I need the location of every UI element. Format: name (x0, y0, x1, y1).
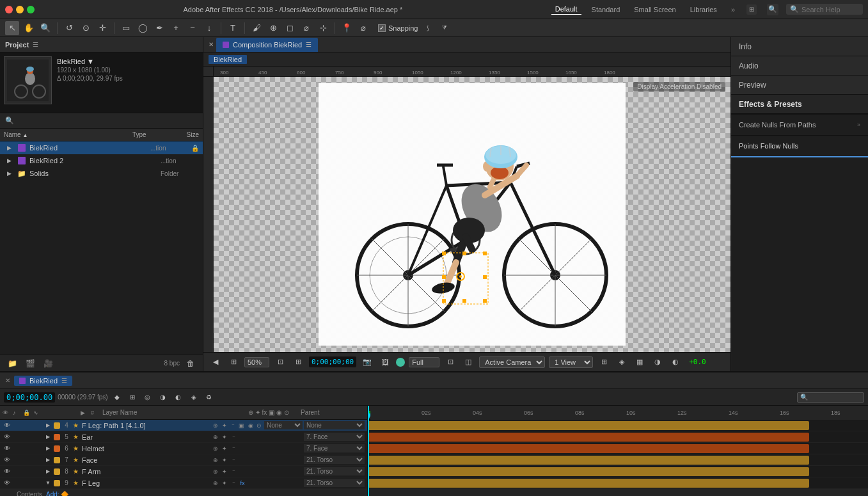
workspace-more[interactable]: » (727, 4, 739, 15)
layer-vis-7[interactable]: 👁 (3, 456, 12, 465)
zoom-select[interactable]: 50% 25% 100% (244, 357, 269, 367)
track-row-6[interactable] (368, 443, 868, 454)
layer-audio-7[interactable] (13, 456, 22, 465)
layer-expand-7[interactable]: ▶ (43, 456, 52, 465)
layer-expand-4[interactable]: ▶ (43, 421, 52, 430)
switch-2[interactable]: ✦ (221, 433, 228, 441)
switch-5[interactable]: ◉ (247, 422, 255, 429)
text-tool-button[interactable]: T (226, 21, 240, 35)
layer-lock-8[interactable] (23, 467, 32, 476)
pixel-aspect-button[interactable]: ⊞ (291, 355, 305, 369)
tl-frame-blend-button[interactable]: ◐ (172, 391, 185, 404)
motion-blur-button[interactable]: ◑ (651, 355, 665, 369)
switch-1[interactable]: ⊕ (212, 468, 219, 476)
switch-1[interactable]: ⊕ (212, 433, 219, 441)
points-follow-action[interactable]: Points Follow Nulls (731, 136, 868, 157)
layer-expand-8[interactable]: ▶ (43, 467, 52, 476)
puppet-tool-button[interactable]: 📍 (340, 21, 354, 35)
show-snapshot-button[interactable]: 🖼 (378, 355, 392, 369)
layer-expand-5[interactable]: ▶ (43, 433, 52, 442)
comp-flow-button[interactable]: ⊞ (597, 355, 611, 369)
workspace-settings-button[interactable]: ⊞ (746, 4, 757, 15)
tl-layer-search-button[interactable]: ⊞ (126, 391, 139, 404)
track-row-8[interactable] (368, 466, 868, 477)
fast-preview-button[interactable]: ⊡ (443, 355, 457, 369)
track-area[interactable]: 02s 04s 06s 08s 10s 12s 14s 16s 18s (368, 406, 868, 496)
layer-shy-4[interactable] (33, 421, 42, 430)
track-row-7[interactable] (368, 454, 868, 466)
layer-row-4[interactable]: 👁 ▶ 4 ★ F Leg: Path 1 [4.1.0] ⊕ ✦ ⁻ ▣ ◉ … (0, 420, 367, 431)
search-toggle-button[interactable]: 🔍 (767, 4, 778, 15)
create-nulls-action[interactable]: Create Nulls From Paths » (731, 115, 868, 135)
move-tool-button[interactable]: ✛ (95, 21, 109, 35)
project-search-input[interactable] (17, 117, 198, 125)
tl-motion-blur-button[interactable]: ◑ (157, 391, 170, 404)
switch-1[interactable]: ⊕ (212, 456, 219, 464)
layer-vis-6[interactable]: 👁 (3, 444, 12, 453)
layer-row-9[interactable]: 👁 ▼ 9 ★ F Leg ⊕ ✦ ⁻ fx 21. Torso (0, 477, 367, 489)
project-item[interactable]: ▶ 📁 Solids Folder (0, 167, 203, 180)
layer-audio-4[interactable] (13, 421, 22, 430)
switch-3[interactable]: ⁻ (230, 456, 237, 464)
trash-button[interactable]: 🗑 (184, 356, 198, 371)
info-panel-item[interactable]: Info (731, 37, 868, 56)
tl-live-update-button[interactable]: ♻ (203, 391, 216, 404)
pen-tool-button[interactable]: ✒ (152, 21, 166, 35)
workspace-default[interactable]: Default (551, 4, 581, 15)
layer-row-7[interactable]: 👁 ▶ 7 ★ Face ⊕ ✦ ⁻ 21. Torso (0, 454, 367, 466)
clone-stamp-button[interactable]: ⊕ (266, 21, 280, 35)
switch-2[interactable]: ✦ (221, 468, 228, 476)
track-row-9[interactable] (368, 477, 868, 489)
layer-lock-6[interactable] (23, 444, 32, 453)
new-comp-button[interactable]: 🎬 (23, 356, 37, 371)
switch-2[interactable]: ✦ (221, 456, 228, 464)
effects-presets-header[interactable]: Effects & Presets (731, 95, 868, 114)
layer-audio-9[interactable] (13, 479, 22, 488)
snap-toggle-button[interactable]: ⧩ (438, 21, 452, 35)
layer-lock-7[interactable] (23, 456, 32, 465)
layer-expand-6[interactable]: ▶ (43, 444, 52, 453)
layer-shy-9[interactable] (33, 479, 42, 488)
transparency-grid-button[interactable]: ▦ (633, 355, 647, 369)
tl-add-marker-button[interactable]: ◆ (111, 391, 123, 404)
fx-switch[interactable]: fx (239, 479, 246, 487)
layer-lock-5[interactable] (23, 433, 32, 442)
mode-select-4[interactable]: None (264, 421, 303, 429)
layer-shy-8[interactable] (33, 467, 42, 476)
layer-audio-8[interactable] (13, 467, 22, 476)
mask-rect-button[interactable]: ▭ (119, 21, 133, 35)
audio-panel-item[interactable]: Audio (731, 56, 868, 76)
zoom-tool-button[interactable]: 🔍 (38, 21, 52, 35)
layer-lock-4[interactable] (23, 421, 32, 430)
switch-3[interactable]: ⁻ (229, 422, 237, 429)
layer-lock-9[interactable] (23, 479, 32, 488)
view-options-button[interactable]: ⊞ (226, 355, 241, 369)
switch-1[interactable]: ⊕ (212, 479, 219, 487)
maximize-button[interactable] (27, 6, 35, 13)
workspace-standard[interactable]: Standard (588, 4, 624, 15)
parent-select-6[interactable]: 7. Face (304, 444, 365, 452)
preview-panel-item[interactable]: Preview (731, 76, 868, 95)
layer-audio-6[interactable] (13, 444, 22, 453)
parent-select-7[interactable]: 21. Torso (304, 456, 365, 464)
switch-3[interactable]: ⁻ (230, 433, 237, 441)
hand-tool-button[interactable]: ✋ (22, 21, 36, 35)
timeline-close-icon[interactable]: ✕ (5, 377, 10, 384)
switch-3[interactable]: ⁻ (230, 445, 237, 452)
tl-solo-button[interactable]: ◎ (141, 391, 154, 404)
switch-1[interactable]: ⊕ (212, 445, 219, 452)
puppet-bend-button[interactable]: ⌀ (356, 21, 370, 35)
camera-orbit-button[interactable]: ⊙ (79, 21, 93, 35)
search-help-input[interactable] (801, 6, 859, 13)
layer-shy-5[interactable] (33, 433, 42, 442)
comp-tab[interactable]: Composition BiekRied ☰ (216, 38, 318, 52)
roto-brush-button[interactable]: ⌀ (299, 21, 313, 35)
mask-ellipse-button[interactable]: ◯ (136, 21, 150, 35)
parent-select-5[interactable]: 7. Face (304, 433, 365, 441)
switch-2[interactable]: ✦ (221, 422, 228, 429)
comp-canvas-area[interactable]: Display Acceleration Disabled (214, 77, 730, 352)
comp-tab-close[interactable]: ✕ (209, 41, 214, 48)
layer-vis-8[interactable]: 👁 (3, 467, 12, 476)
tl-draft-button[interactable]: ◈ (187, 391, 200, 404)
project-item[interactable]: ▶ BiekRied 2 ...tion (0, 154, 203, 167)
